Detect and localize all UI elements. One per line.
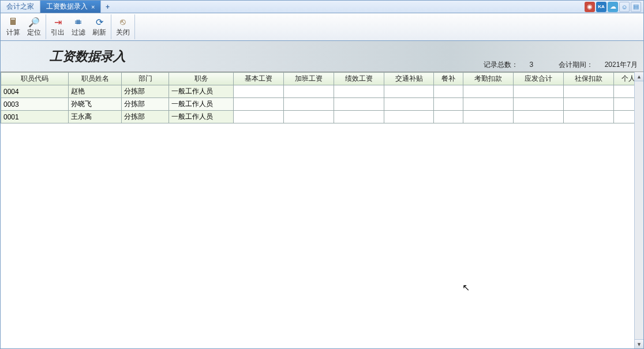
cell-base[interactable] [234,85,284,98]
refresh-icon: ⟳ [96,16,103,28]
cell-gross[interactable] [514,111,564,123]
col-ot[interactable]: 加班工资 [284,73,334,85]
cell-ot[interactable] [284,85,334,98]
cell-social[interactable] [564,111,614,123]
cell-ot[interactable] [284,111,334,123]
cell-meal[interactable] [434,85,463,98]
cell-name[interactable]: 王永高 [69,111,122,123]
cell-trans[interactable] [384,111,434,123]
col-name[interactable]: 职员姓名 [69,73,122,85]
cell-job[interactable]: 一般工作人员 [169,85,234,98]
tab-bar: 会计之家 工资数据录入 × + ◉ KA ☁ ☺ ▤ [1,1,643,13]
tab-home[interactable]: 会计之家 [1,1,40,13]
table-header-row: 职员代码 职员姓名 部门 职务 基本工资 加班工资 绩效工资 交通补贴 餐补 考… [1,73,643,85]
cell-trans[interactable] [384,85,434,98]
cell-base[interactable] [234,98,284,111]
cell-perf[interactable] [334,111,384,123]
toolbar: 🖩 计算 🔎 定位 ⇥ 引出 ⩩ 过滤 ⟳ 刷新 ⎋ 关闭 [1,13,643,41]
button-label: 引出 [51,28,65,37]
table-row[interactable]: 0003孙晓飞分拣部一般工作人员 [1,98,643,111]
col-meal[interactable]: 餐补 [434,73,463,85]
cell-job[interactable]: 一般工作人员 [169,111,234,123]
cloud-icon[interactable]: ☁ [608,2,618,12]
col-attend[interactable]: 考勤扣款 [463,73,514,85]
notification-icon[interactable]: ◉ [585,2,595,12]
smile-icon[interactable]: ☺ [619,2,630,12]
cell-meal[interactable] [434,111,463,123]
table-row[interactable]: 0004赵艳分拣部一般工作人员 [1,85,643,98]
button-label: 过滤 [72,28,85,37]
cell-attend[interactable] [463,85,514,98]
new-tab-button[interactable]: + [101,3,114,11]
binoculars-icon: 🔎 [28,16,40,28]
button-label: 关闭 [116,28,130,37]
cell-code[interactable]: 0003 [1,98,69,111]
cell-dept[interactable]: 分拣部 [122,111,169,123]
table-row[interactable]: 0001王永高分拣部一般工作人员 [1,111,643,123]
cell-gross[interactable] [514,98,564,111]
col-trans[interactable]: 交通补贴 [384,73,434,85]
cell-dept[interactable]: 分拣部 [122,85,169,98]
calc-button[interactable]: 🖩 计算 [3,14,24,39]
cell-job[interactable]: 一般工作人员 [169,98,234,111]
page-title: 工资数据录入 [50,48,126,65]
close-icon[interactable]: × [91,3,95,10]
col-dept[interactable]: 部门 [122,73,169,85]
filter-button[interactable]: ⩩ 过滤 [68,14,89,39]
cell-social[interactable] [564,85,614,98]
cell-dept[interactable]: 分拣部 [122,98,169,111]
col-social[interactable]: 社保扣款 [564,73,614,85]
col-base[interactable]: 基本工资 [234,73,284,85]
button-label: 计算 [6,28,20,37]
grid-wrapper: 职员代码 职员姓名 部门 职务 基本工资 加班工资 绩效工资 交通补贴 餐补 考… [1,72,643,348]
cell-name[interactable]: 孙晓飞 [69,98,122,111]
col-gross[interactable]: 应发合计 [514,73,564,85]
cell-social[interactable] [564,98,614,111]
cell-name[interactable]: 赵艳 [69,85,122,98]
vertical-scrollbar[interactable]: ▲ ▼ [634,72,643,348]
period: 会计期间：2021年7月 [547,61,638,69]
system-tray: ◉ KA ☁ ☺ ▤ [585,2,643,12]
refresh-button[interactable]: ⟳ 刷新 [89,14,110,39]
cell-perf[interactable] [334,98,384,111]
record-count: 记录总数：3 [472,61,534,69]
ka-icon[interactable]: KA [596,2,606,12]
tab-salary-entry[interactable]: 工资数据录入 × [40,1,101,13]
tab-label: 工资数据录入 [46,2,88,12]
locate-button[interactable]: 🔎 定位 [24,14,44,39]
cell-gross[interactable] [514,85,564,98]
calculator-icon: 🖩 [9,16,18,28]
chat-icon[interactable]: ▤ [631,2,641,12]
cell-attend[interactable] [463,98,514,111]
filter-icon: ⩩ [74,16,83,28]
button-label: 定位 [27,28,41,37]
col-job[interactable]: 职务 [169,73,234,85]
button-label: 刷新 [92,28,106,37]
cell-code[interactable]: 0001 [1,111,69,123]
export-button[interactable]: ⇥ 引出 [47,14,68,39]
cell-perf[interactable] [334,85,384,98]
page-banner: 工资数据录入 记录总数：3 会计期间：2021年7月 [1,41,643,72]
col-perf[interactable]: 绩效工资 [334,73,384,85]
exit-icon: ⎋ [120,16,126,28]
salary-grid[interactable]: 职员代码 职员姓名 部门 职务 基本工资 加班工资 绩效工资 交通补贴 餐补 考… [1,72,643,123]
close-button[interactable]: ⎋ 关闭 [113,14,133,39]
cell-attend[interactable] [463,111,514,123]
plus-icon: + [106,3,110,11]
col-code[interactable]: 职员代码 [1,73,69,85]
export-icon: ⇥ [54,16,62,28]
scroll-up-icon[interactable]: ▲ [635,72,643,81]
tab-label: 会计之家 [6,2,34,12]
cell-ot[interactable] [284,98,334,111]
status-bar: 记录总数：3 会计期间：2021年7月 [460,60,638,70]
cell-base[interactable] [234,111,284,123]
cell-trans[interactable] [384,98,434,111]
scroll-down-icon[interactable]: ▼ [635,339,643,348]
cell-meal[interactable] [434,98,463,111]
cell-code[interactable]: 0004 [1,85,69,98]
